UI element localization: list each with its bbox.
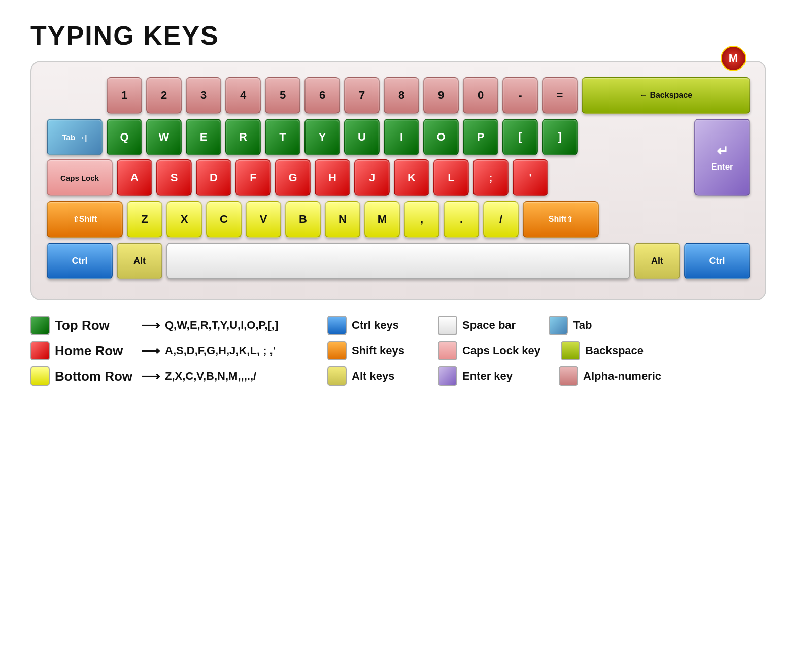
key-6[interactable]: 6 bbox=[304, 77, 340, 114]
key-3[interactable]: 3 bbox=[186, 77, 221, 114]
key-l[interactable]: L bbox=[433, 159, 469, 196]
number-row: 1 2 3 4 5 6 7 8 9 0 - = ← Backspace bbox=[47, 77, 750, 114]
key-shift-right[interactable]: Shift ⇧ bbox=[523, 201, 599, 238]
home-row: Caps Lock A S D F G H J K L ; ' bbox=[47, 159, 690, 196]
key-n[interactable]: N bbox=[325, 201, 360, 238]
key-minus[interactable]: - bbox=[502, 77, 538, 114]
key-t[interactable]: T bbox=[265, 119, 300, 155]
key-s[interactable]: S bbox=[156, 159, 192, 196]
space-row: Ctrl Alt Alt Ctrl bbox=[47, 243, 750, 279]
key-backspace[interactable]: ← Backspace bbox=[582, 77, 750, 114]
key-semicolon[interactable]: ; bbox=[473, 159, 509, 196]
key-m[interactable]: M bbox=[364, 201, 400, 238]
page-title: TYPING KEYS bbox=[30, 20, 782, 51]
legend-color-ctrl bbox=[327, 316, 347, 335]
key-y[interactable]: Y bbox=[304, 119, 340, 155]
key-q[interactable]: Q bbox=[107, 119, 142, 155]
legend-row-top: Top Row ⟶ Q,W,E,R,T,Y,U,I,O,P,[,] Ctrl k… bbox=[30, 316, 766, 335]
key-j[interactable]: J bbox=[354, 159, 390, 196]
legend-label-home: Home Row bbox=[55, 343, 136, 359]
key-lbracket[interactable]: [ bbox=[502, 119, 538, 155]
key-d[interactable]: D bbox=[196, 159, 231, 196]
key-rbracket[interactable]: ] bbox=[542, 119, 578, 155]
key-p[interactable]: P bbox=[463, 119, 498, 155]
legend-color-alt bbox=[327, 366, 347, 386]
key-b[interactable]: B bbox=[285, 201, 321, 238]
key-2[interactable]: 2 bbox=[146, 77, 182, 114]
key-f[interactable]: F bbox=[235, 159, 271, 196]
key-o[interactable]: O bbox=[423, 119, 459, 155]
legend-label-enter: Enter key bbox=[462, 370, 538, 383]
legend-label-ctrl: Ctrl keys bbox=[352, 319, 418, 332]
legend-label-space: Space bar bbox=[462, 319, 528, 332]
legend-keys-top: Q,W,E,R,T,Y,U,I,O,P,[,] bbox=[165, 319, 297, 332]
key-v[interactable]: V bbox=[246, 201, 281, 238]
key-4[interactable]: 4 bbox=[225, 77, 261, 114]
key-u[interactable]: U bbox=[344, 119, 380, 155]
key-space[interactable] bbox=[166, 243, 630, 279]
key-period[interactable]: . bbox=[444, 201, 479, 238]
legend-color-home bbox=[30, 341, 50, 360]
key-x[interactable]: X bbox=[166, 201, 202, 238]
legend-label-bottom: Bottom Row bbox=[55, 369, 136, 384]
legend: Top Row ⟶ Q,W,E,R,T,Y,U,I,O,P,[,] Ctrl k… bbox=[30, 316, 766, 386]
legend-row-home: Home Row ⟶ A,S,D,F,G,H,J,K,L, ; ,' Shift… bbox=[30, 341, 766, 360]
key-w[interactable]: W bbox=[146, 119, 182, 155]
legend-label-alt: Alt keys bbox=[352, 370, 418, 383]
legend-keys-home: A,S,D,F,G,H,J,K,L, ; ,' bbox=[165, 344, 297, 357]
key-slash[interactable]: / bbox=[483, 201, 519, 238]
legend-arrow-bottom: ⟶ bbox=[141, 369, 160, 384]
legend-color-bottom bbox=[30, 366, 50, 386]
key-alt-right[interactable]: Alt bbox=[634, 243, 680, 279]
legend-label-shift: Shift keys bbox=[352, 344, 418, 357]
keyboard: 1 2 3 4 5 6 7 8 9 0 - = ← Backspace Tab … bbox=[30, 61, 766, 300]
key-capslock[interactable]: Caps Lock bbox=[47, 159, 113, 196]
legend-color-enter bbox=[438, 366, 457, 386]
key-7[interactable]: 7 bbox=[344, 77, 380, 114]
legend-label-backspace: Backspace bbox=[585, 344, 644, 357]
key-ctrl-left[interactable]: Ctrl bbox=[47, 243, 113, 279]
legend-color-space bbox=[438, 316, 457, 335]
key-a[interactable]: A bbox=[117, 159, 152, 196]
legend-color-top bbox=[30, 316, 50, 335]
key-g[interactable]: G bbox=[275, 159, 311, 196]
key-comma[interactable]: , bbox=[404, 201, 439, 238]
bottom-row: ⇧ Shift Z X C V B N M , . / Shift ⇧ bbox=[47, 201, 750, 238]
legend-label-alphanumeric: Alpha-numeric bbox=[583, 370, 661, 383]
key-e[interactable]: E bbox=[186, 119, 221, 155]
legend-keys-bottom: Z,X,C,V,B,N,M,,,.,/ bbox=[165, 370, 297, 383]
key-quote[interactable]: ' bbox=[513, 159, 548, 196]
key-h[interactable]: H bbox=[315, 159, 350, 196]
key-1[interactable]: 1 bbox=[107, 77, 142, 114]
legend-row-bottom: Bottom Row ⟶ Z,X,C,V,B,N,M,,,.,/ Alt key… bbox=[30, 366, 766, 386]
key-tab[interactable]: Tab →| bbox=[47, 119, 103, 155]
key-r[interactable]: R bbox=[225, 119, 261, 155]
legend-arrow-top: ⟶ bbox=[141, 318, 160, 333]
legend-color-alphanumeric bbox=[559, 366, 578, 386]
key-shift-left[interactable]: ⇧ Shift bbox=[47, 201, 123, 238]
key-z[interactable]: Z bbox=[127, 201, 162, 238]
legend-label-caps: Caps Lock key bbox=[462, 344, 540, 357]
legend-color-shift bbox=[327, 341, 347, 360]
key-i[interactable]: I bbox=[384, 119, 419, 155]
key-equals[interactable]: = bbox=[542, 77, 578, 114]
key-enter[interactable]: ↵ Enter bbox=[694, 119, 750, 196]
key-0[interactable]: 0 bbox=[463, 77, 498, 114]
legend-arrow-home: ⟶ bbox=[141, 343, 160, 359]
legend-color-backspace bbox=[561, 341, 580, 360]
key-5[interactable]: 5 bbox=[265, 77, 300, 114]
top-row: Tab →| Q W E R T Y U I O P [ ] bbox=[47, 119, 690, 155]
key-9[interactable]: 9 bbox=[423, 77, 459, 114]
logo-badge: M bbox=[721, 46, 746, 71]
key-k[interactable]: K bbox=[394, 159, 429, 196]
legend-color-caps bbox=[438, 341, 457, 360]
key-8[interactable]: 8 bbox=[384, 77, 419, 114]
legend-label-tab: Tab bbox=[573, 319, 592, 332]
key-c[interactable]: C bbox=[206, 201, 242, 238]
key-ctrl-right[interactable]: Ctrl bbox=[684, 243, 750, 279]
legend-color-tab bbox=[549, 316, 568, 335]
key-alt-left[interactable]: Alt bbox=[117, 243, 162, 279]
legend-label-top: Top Row bbox=[55, 318, 136, 333]
